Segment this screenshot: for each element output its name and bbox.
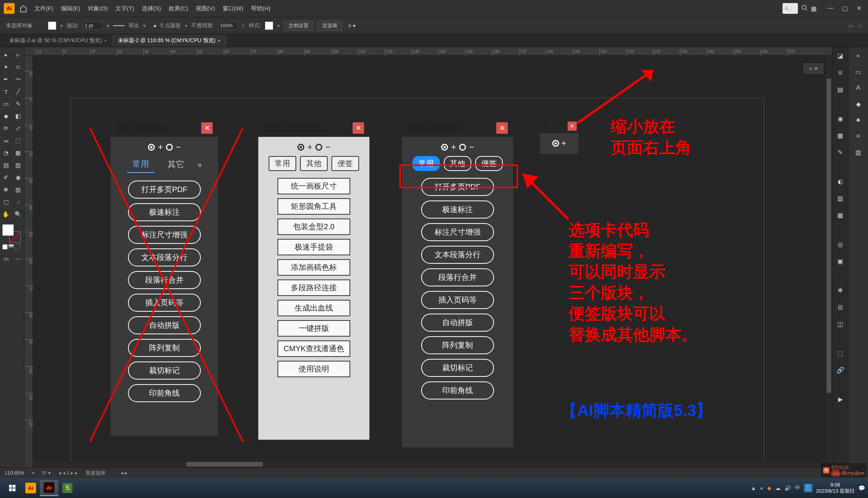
radio-icon[interactable]: [148, 144, 155, 151]
slice-tool-icon[interactable]: ⟋: [12, 196, 25, 208]
perspective-tool-icon[interactable]: ▦: [12, 147, 25, 159]
symbols-panel-icon[interactable]: ❋: [834, 284, 847, 296]
panel-collapse-icon[interactable]: -□: [857, 23, 862, 29]
panel-tab[interactable]: 其它: [162, 156, 190, 173]
script-button[interactable]: 打开多页PDF: [128, 181, 201, 199]
taskbar-app[interactable]: S: [58, 480, 77, 496]
menu-object[interactable]: 对象(O): [85, 3, 110, 14]
stroke-weight-input[interactable]: [83, 21, 103, 30]
mini-swatch[interactable]: [15, 244, 20, 250]
properties-panel-icon[interactable]: ◪: [834, 49, 847, 62]
artboard-nav[interactable]: ◂ ◂ 1 ▸ ▸: [59, 470, 78, 476]
radio-icon[interactable]: [552, 140, 559, 147]
script-button[interactable]: CMYK查找潘通色: [277, 340, 350, 357]
stroke-panel-icon[interactable]: ◐: [834, 175, 847, 187]
home-icon[interactable]: [18, 3, 29, 14]
gradient-panel-icon[interactable]: ▨: [834, 192, 847, 204]
panel-tab[interactable]: 其他: [300, 156, 328, 171]
expand-panels-icon[interactable]: «: [852, 49, 865, 62]
blend-tool-icon[interactable]: ◉: [12, 171, 25, 184]
expand-icon[interactable]: »: [197, 160, 202, 169]
radio-icon[interactable]: [297, 144, 304, 151]
radio-icon[interactable]: [166, 144, 173, 151]
script-button[interactable]: 自动拼版: [421, 314, 494, 332]
libraries-panel-icon[interactable]: ▤: [834, 83, 847, 95]
script-button[interactable]: 裁切标记: [421, 359, 494, 377]
panel-tab[interactable]: 常用: [269, 156, 296, 171]
script-button[interactable]: 多段路径连接: [277, 279, 350, 296]
style-swatch[interactable]: [265, 21, 273, 30]
panel-tab[interactable]: 便签: [331, 156, 359, 171]
search-icon[interactable]: [801, 4, 808, 13]
uniform-label[interactable]: 等比: [128, 22, 139, 29]
selection-tool-icon[interactable]: ▸: [0, 49, 12, 61]
appearance-panel-icon[interactable]: ◎: [834, 238, 847, 250]
brush-label[interactable]: 5 点圆形: [160, 22, 181, 29]
menu-select[interactable]: 选择(S): [139, 3, 163, 14]
actions-panel-icon[interactable]: ▶: [834, 393, 847, 405]
radio-icon[interactable]: [315, 144, 322, 151]
close-button[interactable]: ✕: [496, 122, 508, 134]
script-button[interactable]: 标注尺寸增强: [128, 226, 201, 244]
script-button[interactable]: 阵列复制: [128, 339, 201, 357]
shape-builder-tool-icon[interactable]: ◔: [0, 147, 12, 159]
align-panel-icon[interactable]: ⊟: [834, 301, 847, 313]
fill-swatch[interactable]: [48, 21, 56, 30]
float-palette[interactable]: ○ +: [802, 62, 824, 75]
graph-tool-icon[interactable]: ▥: [12, 184, 25, 196]
document-tab[interactable]: 未标题-2 @ 110.65 % (CMYK/CPU 预览)×: [113, 35, 226, 46]
panel-icon[interactable]: ◆: [852, 98, 865, 110]
script-button[interactable]: 标注尺寸增强: [421, 223, 494, 241]
links-panel-icon[interactable]: 🔗: [834, 364, 847, 376]
mesh-tool-icon[interactable]: ▤: [0, 159, 12, 171]
close-button[interactable]: ✕: [353, 122, 364, 134]
symbol-sprayer-icon[interactable]: ❋: [0, 184, 12, 196]
script-button[interactable]: 印前角线: [421, 381, 494, 399]
script-button[interactable]: 段落行合并: [421, 268, 494, 286]
notification-icon[interactable]: 💬: [858, 485, 865, 491]
tray-icon[interactable]: ▲: [751, 485, 756, 491]
script-button[interactable]: 阵列复制: [421, 336, 494, 354]
tray-icon[interactable]: ●: [760, 485, 763, 491]
hand-tool-icon[interactable]: ✋: [0, 208, 12, 220]
magic-wand-tool-icon[interactable]: ✦: [0, 61, 12, 73]
panel-icon[interactable]: ≡: [852, 130, 865, 142]
panel-tab[interactable]: 常用: [127, 156, 154, 173]
minimize-icon[interactable]: —: [827, 5, 835, 12]
script-button[interactable]: 统一画板尺寸: [277, 178, 350, 194]
vertical-scrollbar[interactable]: [826, 56, 832, 461]
rotate-view-icon[interactable]: 0° ▾: [42, 470, 51, 476]
layers-panel-icon[interactable]: ≣: [834, 66, 847, 79]
rotate-tool-icon[interactable]: ⟳: [0, 122, 12, 135]
taskbar-app[interactable]: Ai: [21, 480, 40, 496]
color-panel-icon[interactable]: ◉: [834, 112, 847, 125]
radio-icon[interactable]: [441, 144, 448, 151]
canvas[interactable]: 10 0 10 20 30 40 50 60 70 80 90 100 110 …: [25, 47, 832, 467]
width-tool-icon[interactable]: ⫘: [0, 135, 12, 147]
eraser-tool-icon[interactable]: ◧: [12, 110, 25, 122]
mini-swatch[interactable]: [8, 244, 14, 250]
panel-icon[interactable]: ▥: [852, 146, 865, 158]
script-button[interactable]: 插入页码等: [128, 294, 201, 312]
transform-panel-icon[interactable]: ⬚: [834, 347, 847, 359]
scale-tool-icon[interactable]: ⤢: [12, 122, 25, 135]
tray-icon[interactable]: 五: [804, 484, 812, 492]
tab-close-icon[interactable]: ×: [104, 38, 107, 43]
search-input[interactable]: [783, 3, 798, 14]
gradient-tool-icon[interactable]: ▨: [12, 159, 25, 171]
close-button[interactable]: ✕: [201, 122, 213, 134]
menu-file[interactable]: 文件(F): [32, 3, 56, 14]
direct-selection-tool-icon[interactable]: ▹: [12, 49, 25, 61]
script-button[interactable]: 包装盒型2.0: [277, 219, 350, 235]
panel-tab[interactable]: 便签: [475, 156, 503, 171]
panel-icon[interactable]: ♣: [852, 114, 865, 126]
start-button[interactable]: [3, 480, 21, 496]
script-button[interactable]: 极速手提袋: [277, 239, 350, 255]
opacity-input[interactable]: [218, 21, 238, 30]
script-button[interactable]: 一键拼版: [277, 320, 350, 337]
fill-color-swatch[interactable]: [2, 224, 14, 236]
zoom-tool-icon[interactable]: 🔍: [12, 208, 25, 220]
script-button[interactable]: 生成出血线: [277, 300, 350, 316]
script-button[interactable]: 文本段落分行: [128, 248, 201, 266]
clock[interactable]: 9:06 2023/8/13 星期日: [816, 482, 855, 494]
